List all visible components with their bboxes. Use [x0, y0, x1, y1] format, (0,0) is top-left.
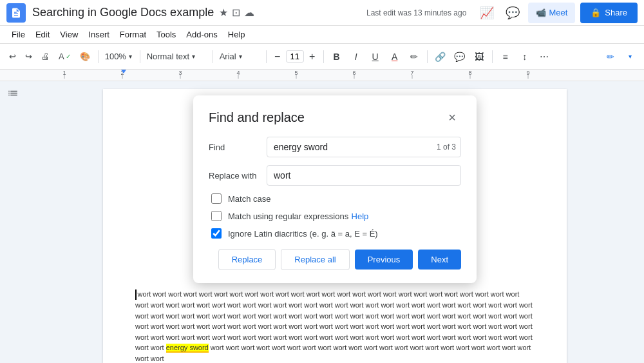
dialog-title: Find and replace [209, 110, 305, 125]
align-button[interactable]: ≡ [497, 48, 515, 66]
menu-format[interactable]: Format [115, 28, 151, 41]
help-link[interactable]: Help [352, 211, 369, 221]
font-value: Arial [220, 52, 236, 61]
separator-2 [140, 50, 140, 63]
ignore-diacritics-checkbox[interactable] [211, 228, 222, 239]
trending-icon-btn[interactable]: 📈 [477, 3, 497, 23]
redo-button[interactable]: ↪ [21, 49, 36, 64]
ruler: 1 2 3 4 5 6 7 8 9 [0, 70, 644, 81]
more-options-button[interactable]: ⋯ [535, 48, 553, 66]
separator-4 [266, 50, 267, 63]
find-row: Find 1 of 3 [209, 137, 461, 157]
find-input-wrap: 1 of 3 [267, 137, 461, 157]
replace-row: Replace with [209, 165, 461, 186]
svg-text:3: 3 [178, 70, 182, 76]
zoom-select[interactable]: 100% ▾ [102, 50, 136, 63]
doc-area: Find and replace × Find 1 of 3 Replace w… [26, 81, 644, 363]
outline-icon[interactable] [5, 86, 21, 102]
match-case-checkbox[interactable] [211, 193, 222, 204]
font-size-increase[interactable]: + [305, 50, 319, 64]
doc-title: Searching in Google Docs example [32, 6, 214, 19]
last-edit-text: Last edit was 13 minutes ago [366, 8, 466, 17]
menu-file[interactable]: File [6, 28, 30, 41]
previous-button[interactable]: Previous [355, 250, 413, 270]
line-spacing-button[interactable]: ↕ [516, 48, 534, 66]
menu-insert[interactable]: Insert [83, 28, 115, 41]
replace-input[interactable] [267, 165, 461, 186]
separator-7 [492, 50, 493, 63]
menu-view[interactable]: View [55, 28, 83, 41]
font-size-decrease[interactable]: − [270, 50, 285, 64]
chevron-down-icon[interactable]: ▾ [621, 48, 639, 66]
meet-button[interactable]: 📹 Meet [528, 3, 575, 23]
sidebar-left [0, 81, 26, 363]
star-icon[interactable]: ★ [219, 6, 228, 19]
match-regex-label: Match using regular expressions [228, 211, 348, 221]
main-area: Find and replace × Find 1 of 3 Replace w… [0, 81, 644, 363]
svg-text:6: 6 [352, 70, 355, 76]
style-select[interactable]: Normal text ▾ [144, 50, 209, 63]
highlight-button[interactable]: ✏ [405, 48, 423, 66]
font-select[interactable]: Arial ▾ [217, 50, 262, 63]
zoom-arrow: ▾ [129, 53, 132, 60]
underline-button[interactable]: U [366, 48, 384, 66]
font-size-wrap: − + [270, 50, 319, 64]
menu-tools[interactable]: Tools [151, 28, 181, 41]
next-button[interactable]: Next [418, 250, 461, 270]
cursor-line [135, 289, 137, 300]
move-icon[interactable]: ⊡ [232, 6, 240, 19]
font-arrow: ▾ [239, 53, 242, 60]
svg-text:9: 9 [526, 70, 529, 76]
svg-text:8: 8 [468, 70, 471, 76]
match-regex-checkbox[interactable] [211, 211, 222, 221]
app-icon [6, 3, 26, 23]
style-value: Normal text [147, 52, 189, 61]
separator-6 [427, 50, 428, 63]
italic-button[interactable]: I [347, 48, 365, 66]
spellcheck-button[interactable]: A✓ [55, 49, 75, 64]
doc-page: Find and replace × Find 1 of 3 Replace w… [103, 89, 567, 363]
font-size-input[interactable] [286, 50, 304, 63]
ignore-diacritics-label: Ignore Latin diacritics (e. g. ä = a, E … [228, 229, 378, 239]
share-label: Share [605, 8, 627, 17]
menu-help[interactable]: Help [223, 28, 251, 41]
separator-5 [323, 50, 324, 63]
pencil-button[interactable]: ✏ [601, 48, 620, 66]
replace-all-button[interactable]: Replace all [281, 249, 349, 270]
comment-button[interactable]: 💬 [451, 48, 469, 66]
undo-button[interactable]: ↩ [5, 49, 20, 64]
lock-icon: 🔒 [591, 8, 601, 17]
ignore-diacritics-row: Ignore Latin diacritics (e. g. ä = a, E … [211, 228, 461, 239]
dialog-actions: Replace Replace all Previous Next [209, 249, 461, 270]
replace-button[interactable]: Replace [218, 249, 276, 270]
image-button[interactable]: 🖼 [470, 48, 488, 66]
doc-body: wort wort wort wort wort wort wort wort … [135, 289, 535, 363]
print-button[interactable]: 🖨 [37, 49, 53, 64]
find-replace-dialog: Find and replace × Find 1 of 3 Replace w… [193, 95, 477, 283]
link-button[interactable]: 🔗 [431, 48, 450, 66]
ruler-content: 1 2 3 4 5 6 7 8 9 [26, 70, 644, 81]
title-bar: Searching in Google Docs example ★ ⊡ ☁ L… [0, 0, 644, 26]
doc-content: wort wort wort wort wort wort wort wort … [135, 289, 535, 363]
svg-text:4: 4 [236, 70, 240, 76]
menu-bar: File Edit View Insert Format Tools Add-o… [0, 26, 644, 44]
share-button[interactable]: 🔒 Share [580, 3, 638, 23]
dialog-header: Find and replace × [209, 108, 461, 126]
menu-edit[interactable]: Edit [30, 28, 55, 41]
toolbar: ↩ ↪ 🖨 A✓ 🎨 100% ▾ Normal text ▾ Arial ▾ … [0, 44, 644, 70]
close-button[interactable]: × [443, 108, 461, 126]
comment-icon-btn[interactable]: 💬 [502, 3, 523, 23]
replace-input-wrap [267, 165, 461, 186]
bold-button[interactable]: B [328, 48, 346, 66]
match-regex-row: Match using regular expressions Help [211, 210, 461, 222]
text-color-button[interactable]: A [386, 48, 404, 66]
spell-icon: A [59, 52, 64, 61]
menu-addons[interactable]: Add-ons [181, 28, 222, 41]
paint-button[interactable]: 🎨 [76, 49, 94, 64]
find-label: Find [209, 142, 267, 152]
find-input[interactable] [267, 137, 461, 157]
svg-text:1: 1 [62, 70, 66, 76]
svg-text:7: 7 [410, 70, 413, 76]
header-right: 📈 💬 📹 Meet 🔒 Share [477, 3, 638, 23]
find-count: 1 of 3 [437, 142, 456, 152]
